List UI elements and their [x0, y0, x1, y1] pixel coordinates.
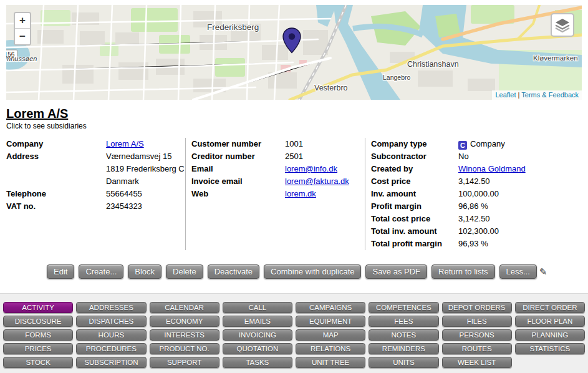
- company-details: CompanyLorem A/SAddressVærnedamsvej 1518…: [6, 138, 582, 250]
- tab-equipment[interactable]: EQUIPMENT: [296, 316, 365, 327]
- tab-direct-order[interactable]: DIRECT ORDER: [515, 302, 585, 313]
- detail-value: lorem@faktura.dk: [285, 175, 365, 188]
- tab-map[interactable]: MAP: [296, 329, 365, 341]
- map-layers-button[interactable]: [551, 13, 574, 37]
- tab-economy[interactable]: ECONOMY: [150, 316, 219, 327]
- tab-persons[interactable]: PERSONS: [442, 329, 512, 341]
- tab-prices[interactable]: PRICES: [3, 343, 73, 354]
- tab-quotation[interactable]: QUOTATION: [223, 343, 292, 354]
- leaflet-link[interactable]: Leaflet: [495, 91, 516, 99]
- tab-campaigns[interactable]: CAMPAIGNS: [296, 302, 365, 313]
- attribution-separator: |: [518, 91, 520, 99]
- zoom-in-button[interactable]: +: [15, 13, 30, 29]
- address-line: Værnedamsvej 15: [106, 150, 185, 163]
- detail-value: 55664455: [106, 188, 185, 200]
- detail-row-customer-number: Customer number1001: [191, 138, 365, 150]
- tab-emails[interactable]: EMAILS: [223, 316, 292, 327]
- detail-row-company: CompanyLorem A/S: [6, 138, 185, 150]
- company-type-icon: C: [458, 141, 467, 150]
- detail-label: Total profit margin: [371, 238, 458, 250]
- tab-hours[interactable]: HOURS: [76, 329, 146, 341]
- details-column-1: CompanyLorem A/SAddressVærnedamsvej 1518…: [6, 138, 185, 250]
- detail-value: Værnedamsvej 151819 Frederiksberg CDanma…: [106, 150, 185, 188]
- address-line: 1819 Frederiksberg C: [106, 163, 185, 175]
- tab-stock[interactable]: STOCK: [3, 357, 73, 368]
- tab-product-no[interactable]: PRODUCT NO.: [150, 343, 219, 354]
- tab-competences[interactable]: COMPETENCES: [369, 302, 438, 313]
- tab-reminders[interactable]: REMINDERS: [369, 343, 438, 354]
- detail-label: Web: [191, 188, 285, 200]
- combine-with-duplicate-button[interactable]: Combine with duplicate: [264, 264, 361, 279]
- tab-fees[interactable]: FEES: [369, 316, 438, 327]
- tab-dispatches[interactable]: DISPATCHES: [76, 316, 146, 327]
- map-attribution: Leaflet | Terms & Feedback: [492, 90, 582, 100]
- detail-label: Address: [6, 150, 106, 188]
- subsidiaries-link[interactable]: Click to see subsidiaries: [6, 122, 588, 130]
- map[interactable]: 156 Frederiksberg Vesterbro Christiansha…: [6, 5, 582, 100]
- tab-floor-plan[interactable]: FLOOR PLAN: [515, 316, 585, 327]
- detail-label: Company: [6, 138, 106, 150]
- tab-files[interactable]: FILES: [442, 316, 512, 327]
- create-button[interactable]: Create...: [79, 264, 123, 279]
- web-link[interactable]: lorem.dk: [285, 189, 316, 198]
- tab-forms[interactable]: FORMS: [3, 329, 73, 341]
- tab-relations[interactable]: RELATIONS: [296, 343, 365, 354]
- terms-feedback-link[interactable]: Terms & Feedback: [521, 91, 579, 99]
- detail-label: Customer number: [191, 138, 285, 150]
- tab-invoicing[interactable]: INVOICING: [223, 329, 292, 341]
- layers-icon: [554, 17, 571, 33]
- tab-unit-tree[interactable]: UNIT TREE: [296, 357, 365, 368]
- less-button[interactable]: Less...: [499, 264, 537, 279]
- detail-value: 100,000.00: [458, 188, 582, 200]
- tab-activity[interactable]: ACTIVITY: [3, 302, 73, 313]
- block-button[interactable]: Block: [128, 264, 161, 279]
- module-tabs-section: ACTIVITYADDRESSESCALENDARCALLCAMPAIGNSCO…: [0, 293, 588, 373]
- detail-value: CCompany: [458, 138, 582, 150]
- edit-buttons-pencil-icon[interactable]: ✎: [539, 266, 547, 278]
- tab-statistics[interactable]: STATISTICS: [515, 343, 585, 354]
- detail-label: Cost price: [371, 175, 458, 188]
- invoice-email-link[interactable]: lorem@faktura.dk: [285, 177, 349, 186]
- tab-interests[interactable]: INTERESTS: [150, 329, 219, 341]
- deactivate-button[interactable]: Deactivate: [208, 264, 259, 279]
- map-label-lake: Damhussøen: [6, 55, 37, 62]
- detail-row-subcontractor: SubcontractorNo: [371, 150, 582, 163]
- email-link[interactable]: lorem@info.dk: [285, 164, 337, 173]
- tab-support[interactable]: SUPPORT: [150, 357, 219, 368]
- tab-procedures[interactable]: PROCEDURES: [76, 343, 146, 354]
- map-canvas[interactable]: 156 Frederiksberg Vesterbro Christiansha…: [6, 5, 582, 100]
- details-column-3: Company typeCCompanySubcontractorNoCreat…: [365, 138, 582, 250]
- detail-row-invoice-email: Invoice emaillorem@faktura.dk: [191, 175, 365, 188]
- save-as-pdf-button[interactable]: Save as PDF: [365, 264, 427, 279]
- tab-routes[interactable]: ROUTES: [442, 343, 512, 354]
- company-type-text: Company: [470, 139, 505, 148]
- detail-label: Total cost price: [371, 213, 458, 225]
- tab-addresses[interactable]: ADDRESSES: [76, 302, 146, 313]
- detail-value: 96,93 %: [458, 238, 582, 250]
- detail-label: Profit margin: [371, 200, 458, 213]
- return-to-lists-button[interactable]: Return to lists: [431, 264, 494, 279]
- map-label-christianshavn: Christianshavn: [407, 60, 459, 69]
- company-link[interactable]: Lorem A/S: [106, 139, 144, 148]
- tab-units[interactable]: UNITS: [369, 357, 438, 368]
- delete-button[interactable]: Delete: [166, 264, 203, 279]
- tab-tasks[interactable]: TASKS: [223, 357, 292, 368]
- tab-call[interactable]: CALL: [223, 302, 292, 313]
- tab-disclosure[interactable]: DISCLOSURE: [3, 316, 73, 327]
- tab-planning[interactable]: PLANNING: [515, 329, 585, 341]
- created-by-link[interactable]: Winona Goldmand: [458, 164, 526, 173]
- detail-label: Inv. amount: [371, 188, 458, 200]
- tab-depot-orders[interactable]: DEPOT ORDERS: [442, 302, 512, 313]
- detail-label: Subcontractor: [371, 150, 458, 163]
- tab-calendar[interactable]: CALENDAR: [150, 302, 219, 313]
- map-label-vesterbro: Vesterbro: [314, 84, 348, 92]
- zoom-out-button[interactable]: −: [15, 29, 30, 44]
- tab-notes[interactable]: NOTES: [369, 329, 438, 341]
- address-line: Danmark: [106, 175, 185, 188]
- tab-week-list[interactable]: WEEK LIST: [442, 357, 512, 368]
- module-tab-grid: ACTIVITYADDRESSESCALENDARCALLCAMPAIGNSCO…: [3, 302, 585, 368]
- detail-value: lorem@info.dk: [285, 163, 365, 175]
- detail-value: No: [458, 150, 582, 163]
- edit-button[interactable]: Edit: [47, 264, 74, 279]
- tab-subscription[interactable]: SUBSCRIPTION: [76, 357, 146, 368]
